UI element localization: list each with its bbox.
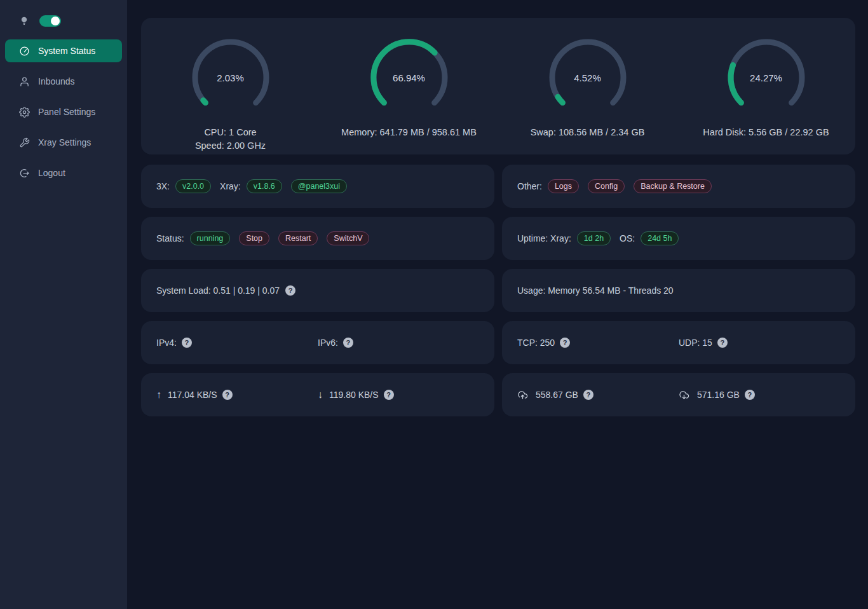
- label-uptime-xray: Uptime: Xray:: [517, 233, 571, 243]
- help-icon[interactable]: ?: [222, 390, 233, 400]
- download-speed: 119.80 KB/S: [329, 390, 379, 400]
- arrow-up-icon: ↑: [156, 389, 161, 400]
- arrow-down-icon: ↓: [318, 389, 323, 400]
- logs-button[interactable]: Logs: [548, 179, 579, 193]
- connections-card: TCP: 250 ? UDP: 15 ?: [502, 321, 855, 364]
- switch-version-button[interactable]: SwitchV: [327, 231, 369, 245]
- ipv4-label: IPv4:: [156, 338, 177, 348]
- theme-toggle-knob: [51, 17, 60, 25]
- backup-restore-button[interactable]: Backup & Restore: [634, 179, 712, 193]
- other-card: Other: Logs Config Backup & Restore: [502, 165, 855, 208]
- tag-telegram[interactable]: @panel3xui: [291, 179, 347, 193]
- sidebar-item-label: Xray Settings: [38, 137, 91, 147]
- dashboard-icon: [19, 46, 30, 57]
- hard-disk-gauge-ring: 24.27%: [724, 36, 808, 120]
- traffic-received-group: 571.16 GB ?: [679, 390, 840, 400]
- download-speed-group: ↓ 119.80 KB/S ?: [318, 389, 479, 400]
- label-xray: Xray:: [220, 181, 241, 191]
- cpu-labels: CPU: 1 Core Speed: 2.00 GHz: [195, 126, 266, 153]
- memory-labels: Memory: 641.79 MB / 958.61 MB: [341, 126, 477, 139]
- help-icon[interactable]: ?: [285, 285, 295, 296]
- sidebar-menu: System Status Inbounds Panel Settings: [0, 39, 127, 192]
- traffic-sent-group: 558.67 GB ?: [517, 390, 679, 400]
- udp-count: UDP: 15: [679, 338, 712, 348]
- sidebar-item-logout[interactable]: Logout: [5, 161, 122, 184]
- gauges-card: 2.03% CPU: 1 Core Speed: 2.00 GHz 66.94%…: [141, 18, 855, 154]
- speed-card: ↑ 117.04 KB/S ? ↓ 119.80 KB/S ?: [141, 373, 494, 416]
- cpu-label-line2: Speed: 2.00 GHz: [195, 139, 266, 153]
- label-3x: 3X:: [156, 181, 170, 191]
- tcp-group: TCP: 250 ?: [517, 338, 679, 348]
- memory-gauge-ring: 66.94%: [367, 36, 451, 120]
- main-content: 2.03% CPU: 1 Core Speed: 2.00 GHz 66.94%…: [127, 0, 868, 609]
- theme-toggle[interactable]: [39, 15, 61, 27]
- theme-row: [0, 0, 127, 39]
- tag-3x-version[interactable]: v2.0.0: [175, 179, 211, 193]
- versions-card: 3X: v2.0.0 Xray: v1.8.6 @panel3xui: [141, 165, 494, 208]
- restart-button[interactable]: Restart: [278, 231, 318, 245]
- usage-card: Usage: Memory 56.54 MB - Threads 20: [502, 269, 855, 312]
- hard-disk-gauge: 24.27% Hard Disk: 5.56 GB / 22.92 GB: [677, 36, 855, 139]
- help-icon[interactable]: ?: [583, 390, 593, 400]
- system-load-card: System Load: 0.51 | 0.19 | 0.07 ?: [141, 269, 494, 312]
- uptime-xray-badge: 1d 2h: [577, 231, 611, 245]
- ipv6-label: IPv6:: [318, 338, 338, 348]
- sidebar-item-xray-settings[interactable]: Xray Settings: [5, 131, 122, 154]
- user-icon: [19, 76, 30, 87]
- upload-speed-group: ↑ 117.04 KB/S ?: [156, 389, 318, 400]
- help-icon[interactable]: ?: [560, 338, 570, 348]
- swap-percent: 4.52%: [546, 36, 630, 120]
- label-other: Other:: [517, 181, 542, 191]
- sidebar-item-label: Logout: [38, 168, 65, 178]
- sidebar-item-inbounds[interactable]: Inbounds: [5, 70, 122, 93]
- traffic-card: 558.67 GB ? 571.16 GB ?: [502, 373, 855, 416]
- app-root: System Status Inbounds Panel Settings: [0, 0, 868, 609]
- wrench-icon: [19, 137, 30, 148]
- gear-icon: [19, 107, 30, 118]
- ip-card: IPv4: ? IPv6: ?: [141, 321, 494, 364]
- swap-gauge: 4.52% Swap: 108.56 MB / 2.34 GB: [499, 36, 677, 139]
- memory-label-line1: Memory: 641.79 MB / 958.61 MB: [341, 126, 477, 139]
- sidebar-item-system-status[interactable]: System Status: [5, 39, 122, 62]
- memory-percent: 66.94%: [367, 36, 451, 120]
- swap-label-line1: Swap: 108.56 MB / 2.34 GB: [531, 126, 645, 139]
- help-icon[interactable]: ?: [384, 390, 394, 400]
- stop-button[interactable]: Stop: [239, 231, 269, 245]
- system-load-text: System Load: 0.51 | 0.19 | 0.07: [156, 285, 280, 296]
- help-icon[interactable]: ?: [745, 390, 755, 400]
- sidebar-item-panel-settings[interactable]: Panel Settings: [5, 100, 122, 123]
- swap-gauge-ring: 4.52%: [546, 36, 630, 120]
- sidebar: System Status Inbounds Panel Settings: [0, 0, 127, 609]
- cpu-label-line1: CPU: 1 Core: [195, 126, 266, 139]
- help-icon[interactable]: ?: [717, 338, 728, 348]
- row-ip-connections: IPv4: ? IPv6: ? TCP: 250 ? UDP: 15 ?: [141, 321, 855, 364]
- traffic-received: 571.16 GB: [697, 390, 740, 400]
- sidebar-item-label: Inbounds: [38, 76, 75, 86]
- upload-speed: 117.04 KB/S: [168, 390, 217, 400]
- memory-gauge: 66.94% Memory: 641.79 MB / 958.61 MB: [320, 36, 498, 139]
- logout-icon: [19, 168, 30, 179]
- status-card: Status: running Stop Restart SwitchV: [141, 217, 494, 260]
- sidebar-item-label: Panel Settings: [38, 107, 95, 117]
- sidebar-item-label: System Status: [38, 46, 95, 56]
- bulb-icon: [19, 16, 29, 26]
- tcp-count: TCP: 250: [517, 338, 555, 348]
- hard-disk-percent: 24.27%: [724, 36, 808, 120]
- config-button[interactable]: Config: [588, 179, 625, 193]
- help-icon[interactable]: ?: [343, 338, 353, 348]
- cloud-download-icon: [679, 390, 689, 400]
- help-icon[interactable]: ?: [182, 338, 192, 348]
- tag-xray-version[interactable]: v1.8.6: [247, 179, 282, 193]
- ipv4-group: IPv4: ?: [156, 338, 318, 348]
- row-status-uptime: Status: running Stop Restart SwitchV Upt…: [141, 217, 855, 260]
- row-load-usage: System Load: 0.51 | 0.19 | 0.07 ? Usage:…: [141, 269, 855, 312]
- hard-disk-label-line1: Hard Disk: 5.56 GB / 22.92 GB: [703, 126, 829, 139]
- uptime-card: Uptime: Xray: 1d 2h OS: 24d 5h: [502, 217, 855, 260]
- uptime-os-badge: 24d 5h: [641, 231, 679, 245]
- row-versions-other: 3X: v2.0.0 Xray: v1.8.6 @panel3xui Other…: [141, 165, 855, 208]
- usage-text: Usage: Memory 56.54 MB - Threads 20: [517, 285, 674, 296]
- status-badge: running: [190, 231, 231, 245]
- hard-disk-labels: Hard Disk: 5.56 GB / 22.92 GB: [703, 126, 829, 139]
- cpu-gauge: 2.03% CPU: 1 Core Speed: 2.00 GHz: [142, 36, 320, 153]
- cpu-percent: 2.03%: [189, 36, 273, 120]
